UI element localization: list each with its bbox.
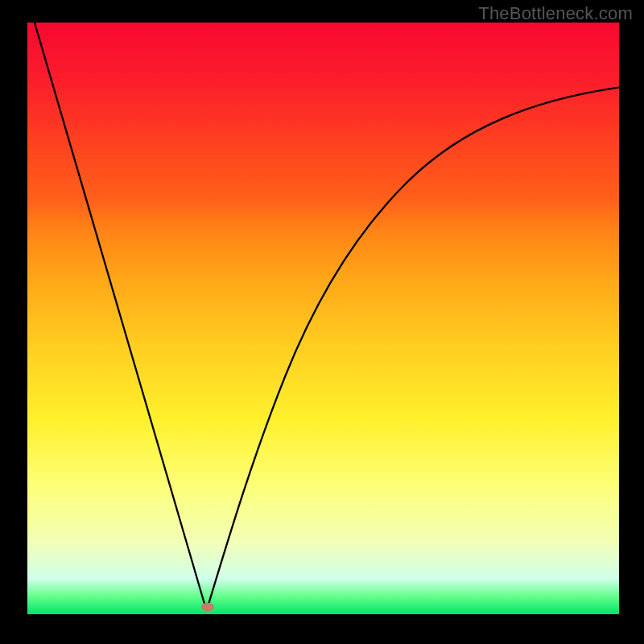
chart-frame: TheBottleneck.com bbox=[0, 0, 644, 644]
curve-right-branch bbox=[208, 87, 619, 607]
bottleneck-curve bbox=[27, 23, 619, 614]
watermark-text: TheBottleneck.com bbox=[478, 3, 633, 24]
curve-left-branch bbox=[32, 23, 204, 604]
minimum-marker bbox=[201, 603, 214, 612]
plot-area bbox=[27, 23, 619, 614]
